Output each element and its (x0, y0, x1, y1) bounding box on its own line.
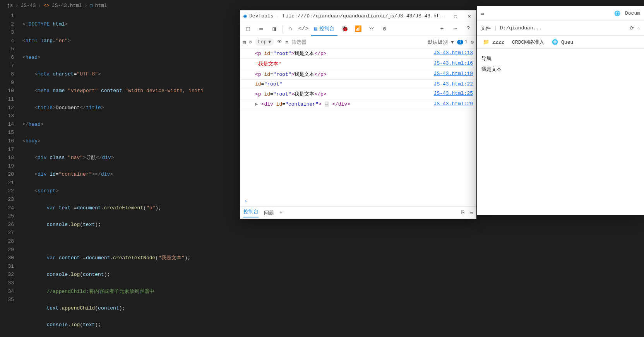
devtools-titlebar[interactable]: ◉ DevTools - file:///D:/qianduan/quandua… (240, 10, 476, 22)
drawer-console-tab[interactable]: 控制台 (243, 208, 259, 217)
drawer-add-icon[interactable]: + (279, 210, 283, 216)
eye-icon[interactable]: 👁 (277, 39, 282, 45)
workspace-icon[interactable]: ▭ (481, 10, 484, 17)
bookmark-bar: 📁 zzzz CRDC网络准入 🌐 Queu (477, 36, 644, 49)
devtools-window[interactable]: ◉ DevTools - file:///D:/qianduan/quandua… (240, 10, 476, 219)
console-row[interactable]: id="root"JS-43.html:22 (240, 80, 476, 89)
source-link[interactable]: JS-43.html:25 (434, 91, 473, 96)
console-prompt[interactable]: › (240, 196, 476, 206)
drawer-icon[interactable]: ⎘ (461, 210, 464, 216)
filter-input[interactable]: 筛选器 (291, 39, 307, 46)
bookmark-item[interactable]: 📁 zzzz (483, 39, 504, 45)
nav-text: 导航 (481, 53, 639, 64)
console-row[interactable]: <p id="root">我是文本</p>JS-43.html:13 (240, 48, 476, 59)
paragraph-text: 我是文本 (481, 64, 639, 75)
console-tab[interactable]: ▤控制台 (311, 22, 337, 36)
console-row[interactable]: ▶ <div id="container"> ⋯ </div>JS-43.htm… (240, 99, 476, 109)
level-select[interactable]: 默认级别 ▼ (428, 39, 454, 46)
close-button[interactable]: ✕ (466, 13, 473, 19)
browser-tabstrip: ▭ 🌐 Docum (477, 6, 644, 21)
bookmark-item[interactable]: CRDC网络准入 (512, 39, 544, 46)
browser-addressbar: 文件 | D:/qianduan... ⟳ ☆ (477, 21, 644, 36)
browser-window[interactable]: ▭ 🌐 Docum 文件 | D:/qianduan... ⟳ ☆ 📁 zzzz… (477, 6, 644, 215)
star-icon[interactable]: ☆ (637, 25, 640, 31)
source-link[interactable]: JS-43.html:16 (434, 60, 473, 66)
console-output[interactable]: <p id="root">我是文本</p>JS-43.html:13"我是文本"… (240, 48, 476, 196)
drawer-icon[interactable]: ▭ (470, 210, 473, 216)
source-link[interactable]: JS-43.html:29 (434, 101, 473, 107)
elements-icon[interactable]: </> (298, 24, 309, 34)
help-icon[interactable]: ? (463, 24, 474, 34)
console-row[interactable]: "我是文本"JS-43.html:16 (240, 59, 476, 69)
clear-console-icon[interactable]: ⊘ (249, 39, 252, 45)
performance-icon[interactable]: 〰 (366, 24, 377, 34)
devtools-toolbar: ⬚ ▭ ◨ ⌂ </> ▤控制台 🐞 📶 〰 ⚙ + ⋯ ? (240, 22, 476, 36)
plus-icon[interactable]: + (437, 24, 447, 34)
drawer-issues-tab[interactable]: 问题 (264, 209, 274, 216)
devtools-drawer: 控制台 问题 + ⎘ ▭ (240, 206, 476, 219)
settings-icon[interactable]: ⚙ (379, 24, 390, 34)
gear-icon[interactable]: ⚙ (471, 39, 474, 45)
network-icon[interactable]: 📶 (353, 24, 364, 34)
console-row[interactable]: <p id="root">我是文本</p>JS-43.html:19 (240, 69, 476, 80)
dock-icon[interactable]: ◨ (269, 24, 280, 34)
source-link[interactable]: JS-43.html:13 (434, 50, 473, 56)
issues-badge[interactable]: i1 (457, 39, 468, 45)
more-icon[interactable]: ⋯ (450, 24, 461, 34)
source-link[interactable]: JS-43.html:19 (434, 71, 473, 77)
devtools-title: DevTools - file:///D:/qianduan/quanduanl… (249, 13, 438, 19)
bc-folder[interactable]: JS-43 (21, 3, 36, 9)
filter-icon[interactable]: ⚗ (285, 39, 288, 45)
maximize-button[interactable]: ▢ (452, 13, 459, 19)
globe-icon: 🌐 (614, 10, 620, 17)
page-content: 导航 我是文本 (477, 49, 644, 80)
sources-icon[interactable]: 🐞 (340, 24, 351, 34)
devtools-filterbar: ▤ ⊘ top▼ 👁 ⚗ 筛选器 默认级别 ▼ i1 ⚙ (240, 36, 476, 48)
inspect-icon[interactable]: ⬚ (243, 24, 253, 34)
browser-tab-title[interactable]: Docum (625, 10, 640, 16)
console-row[interactable]: <p id="root">我是文本</p>JS-43.html:25 (240, 89, 476, 99)
files-label[interactable]: 文件 (481, 25, 491, 32)
bc-symbol[interactable]: html (95, 3, 107, 9)
line-gutter: 1234567891011121314151617181920212223242… (0, 11, 22, 337)
device-icon[interactable]: ▭ (256, 24, 267, 34)
context-select[interactable]: top▼ (255, 38, 274, 46)
source-link[interactable]: JS-43.html:22 (434, 81, 473, 87)
bookmark-item[interactable]: 🌐 Queu (552, 39, 573, 45)
welcome-icon[interactable]: ⌂ (285, 24, 296, 34)
edge-icon: ◉ (243, 12, 247, 20)
bc-file[interactable]: JS-43.html (52, 3, 82, 9)
url-text[interactable]: D:/qianduan... (500, 25, 627, 31)
sidebar-toggle-icon[interactable]: ▤ (243, 39, 246, 45)
refresh-icon[interactable]: ⟳ (630, 25, 634, 31)
minimize-button[interactable]: — (438, 13, 445, 19)
bc-folder[interactable]: js (7, 3, 13, 9)
